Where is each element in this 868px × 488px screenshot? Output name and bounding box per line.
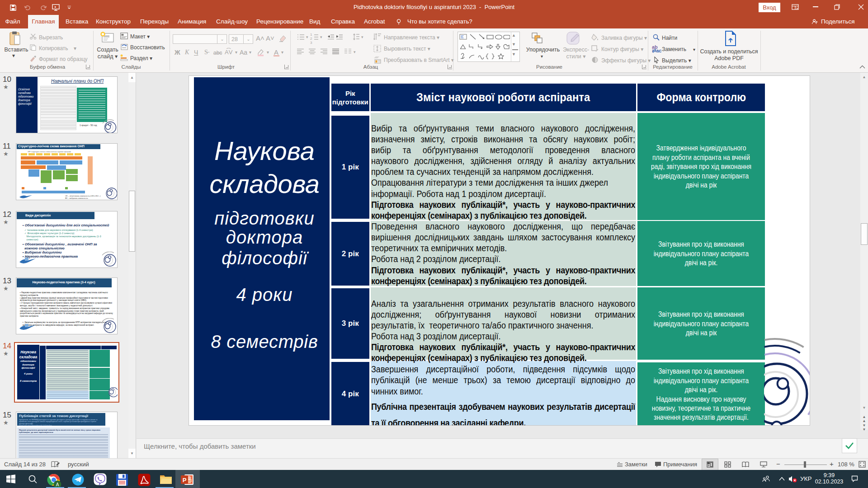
svg-text:P: P xyxy=(183,477,187,483)
svg-text:A: A xyxy=(56,482,59,487)
